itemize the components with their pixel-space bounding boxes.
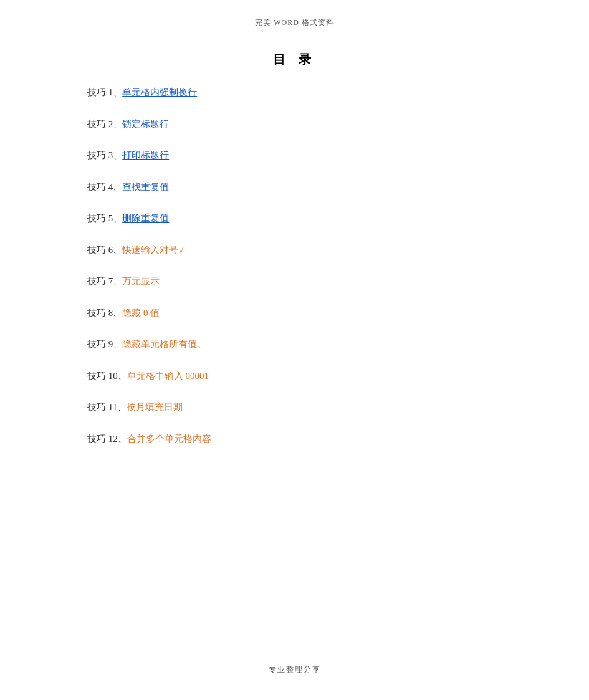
footer-text: 专业整理分享 — [269, 665, 321, 674]
toc-item: 技巧 6、快速输入对号√ — [87, 243, 527, 257]
toc-item-link[interactable]: 隐藏 0 值 — [122, 308, 160, 318]
footer-area: 专业整理分享 — [0, 663, 589, 675]
toc-item-prefix: 技巧 2、 — [87, 119, 122, 129]
toc-item: 技巧 7、万元显示 — [87, 274, 527, 289]
toc-item-prefix: 技巧 3、 — [87, 150, 122, 160]
toc-item-prefix: 技巧 4、 — [87, 182, 122, 192]
toc-item-link[interactable]: 单元格中输入 00001 — [127, 371, 209, 381]
toc-item: 技巧 9、隐藏单元格所有值。 — [87, 337, 527, 352]
toc-item-link[interactable]: 按月填充日期 — [127, 402, 183, 412]
toc-item: 技巧 5、删除重复值 — [87, 211, 527, 226]
toc-item-prefix: 技巧 8、 — [87, 308, 122, 318]
toc-item: 技巧 1、单元格内强制换行 — [87, 85, 527, 100]
toc-item-link[interactable]: 打印标题行 — [122, 150, 169, 160]
toc-item-link[interactable]: 单元格内强制换行 — [122, 87, 197, 97]
toc-item-prefix: 技巧 1、 — [87, 87, 122, 97]
toc-item-link[interactable]: 合并多个单元格内容 — [127, 434, 211, 444]
page: 完美 WORD 格式资料 目 录 技巧 1、单元格内强制换行技巧 2、锁定标题行… — [0, 0, 589, 700]
toc-title: 目 录 — [0, 51, 589, 68]
toc-item: 技巧 2、锁定标题行 — [87, 117, 527, 132]
toc-item: 技巧 3、打印标题行 — [87, 148, 527, 163]
toc-item-prefix: 技巧 12、 — [87, 434, 127, 444]
toc-item-prefix: 技巧 10、 — [87, 371, 127, 381]
toc-list: 技巧 1、单元格内强制换行技巧 2、锁定标题行技巧 3、打印标题行技巧 4、查找… — [0, 85, 589, 446]
toc-item: 技巧 4、查找重复值 — [87, 180, 527, 194]
header-area: 完美 WORD 格式资料 — [0, 0, 589, 32]
toc-item-link[interactable]: 隐藏单元格所有值。 — [122, 339, 206, 349]
toc-item-link[interactable]: 查找重复值 — [122, 182, 169, 192]
toc-item-link[interactable]: 锁定标题行 — [122, 119, 169, 129]
toc-item-link[interactable]: 万元显示 — [122, 276, 160, 286]
header-rule — [27, 32, 563, 32]
toc-item-prefix: 技巧 11、 — [87, 402, 127, 412]
toc-item-prefix: 技巧 7、 — [87, 276, 122, 286]
toc-item: 技巧 10、单元格中输入 00001 — [87, 369, 527, 383]
toc-item-prefix: 技巧 9、 — [87, 339, 122, 349]
toc-item: 技巧 8、隐藏 0 值 — [87, 306, 527, 320]
toc-item: 技巧 11、按月填充日期 — [87, 400, 527, 415]
toc-item-link[interactable]: 快速输入对号√ — [122, 245, 183, 255]
toc-item-prefix: 技巧 6、 — [87, 245, 122, 255]
toc-item-link[interactable]: 删除重复值 — [122, 213, 169, 223]
header-text: 完美 WORD 格式资料 — [255, 17, 334, 28]
toc-item-prefix: 技巧 5、 — [87, 213, 122, 223]
toc-item: 技巧 12、合并多个单元格内容 — [87, 432, 527, 446]
